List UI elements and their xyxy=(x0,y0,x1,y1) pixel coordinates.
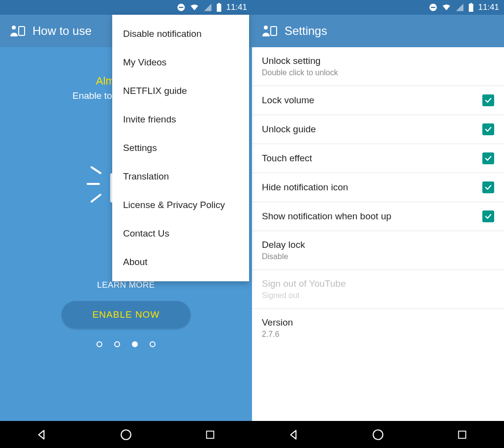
svg-point-13 xyxy=(121,430,131,440)
setting-title: Hide notification icon xyxy=(262,182,348,193)
svg-rect-3 xyxy=(217,4,221,12)
recents-button[interactable] xyxy=(202,427,218,443)
setting-title: Delay lock xyxy=(262,239,305,250)
nav-bar xyxy=(252,421,504,448)
svg-point-21 xyxy=(373,430,383,440)
appbar-title: Settings xyxy=(284,24,327,38)
svg-rect-20 xyxy=(271,27,277,35)
signal-icon xyxy=(203,3,212,12)
menu-item-translation[interactable]: Translation xyxy=(112,162,249,191)
phone-left: 11:41 How to use Almost done Enable to l… xyxy=(0,0,252,448)
svg-rect-17 xyxy=(471,3,472,4)
menu-item-my-videos[interactable]: My Videos xyxy=(112,48,249,77)
svg-rect-5 xyxy=(19,27,25,35)
svg-rect-2 xyxy=(219,3,220,4)
menu-item-disable-notification[interactable]: Disable notification xyxy=(112,20,249,48)
svg-line-9 xyxy=(92,167,100,173)
page-dot[interactable] xyxy=(114,341,120,347)
svg-point-4 xyxy=(12,26,16,30)
dnd-icon xyxy=(429,3,438,12)
svg-rect-14 xyxy=(206,431,214,438)
enable-now-button[interactable]: ENABLE NOW xyxy=(62,301,190,329)
status-time: 11:41 xyxy=(478,2,499,12)
status-time: 11:41 xyxy=(226,2,247,12)
app-logo-icon xyxy=(261,25,278,37)
page-dot[interactable] xyxy=(132,341,138,347)
home-button[interactable] xyxy=(118,427,134,443)
svg-line-11 xyxy=(92,195,100,202)
setting-title: Touch effect xyxy=(262,153,312,164)
checkbox-icon[interactable] xyxy=(482,181,494,193)
setting-hide-notification-icon[interactable]: Hide notification icon xyxy=(252,173,504,202)
svg-rect-22 xyxy=(458,431,466,438)
menu-item-netflix-guide[interactable]: NETFLIX guide xyxy=(112,77,249,105)
battery-icon xyxy=(468,3,474,12)
overflow-menu: Disable notification My Videos NETFLIX g… xyxy=(112,15,249,281)
setting-lock-volume[interactable]: Lock volume xyxy=(252,86,504,115)
nav-bar xyxy=(0,421,252,448)
setting-sub: Signed out xyxy=(262,291,346,300)
settings-list[interactable]: Unlock setting Double click to unlock Lo… xyxy=(252,47,504,421)
setting-title: Lock volume xyxy=(262,95,315,106)
setting-touch-effect[interactable]: Touch effect xyxy=(252,144,504,173)
setting-unlock-setting[interactable]: Unlock setting Double click to unlock xyxy=(252,47,504,86)
menu-item-invite-friends[interactable]: Invite friends xyxy=(112,105,249,134)
setting-version[interactable]: Version 2.7.6 xyxy=(252,309,504,347)
setting-unlock-guide[interactable]: Unlock guide xyxy=(252,115,504,144)
dnd-icon xyxy=(177,3,186,12)
menu-item-about[interactable]: About xyxy=(112,248,249,276)
setting-sub: Disable xyxy=(262,252,305,261)
checkbox-icon[interactable] xyxy=(482,94,494,106)
setting-sub: Double click to unlock xyxy=(262,68,338,77)
setting-title: Unlock setting xyxy=(262,56,338,66)
checkbox-icon[interactable] xyxy=(482,210,494,222)
svg-rect-1 xyxy=(179,7,184,8)
setting-title: Sign out of YouTube xyxy=(262,278,346,289)
checkbox-icon[interactable] xyxy=(482,123,494,135)
svg-rect-16 xyxy=(431,7,436,8)
checkbox-icon[interactable] xyxy=(482,152,494,164)
app-bar: Settings xyxy=(252,15,504,47)
phone-right: 11:41 Settings Unlock setting Double cli… xyxy=(252,0,504,448)
svg-point-19 xyxy=(264,26,268,30)
battery-icon xyxy=(216,3,222,12)
home-button[interactable] xyxy=(370,427,386,443)
status-bar: 11:41 xyxy=(0,0,252,15)
wifi-icon xyxy=(441,3,451,12)
status-bar: 11:41 xyxy=(252,0,504,15)
setting-title: Version xyxy=(262,317,293,328)
page-indicator xyxy=(0,341,252,347)
learn-more-link[interactable]: LEARN MORE xyxy=(0,280,252,290)
setting-delay-lock[interactable]: Delay lock Disable xyxy=(252,231,504,270)
page-dot[interactable] xyxy=(96,341,102,347)
menu-item-license-privacy[interactable]: License & Privacy Policy xyxy=(112,191,249,219)
signal-icon xyxy=(455,3,464,12)
appbar-title: How to use xyxy=(32,24,92,38)
back-button[interactable] xyxy=(34,427,50,443)
setting-title: Show notification when boot up xyxy=(262,211,391,222)
menu-item-contact-us[interactable]: Contact Us xyxy=(112,219,249,248)
wifi-icon xyxy=(189,3,199,12)
back-button[interactable] xyxy=(286,427,302,443)
menu-item-settings[interactable]: Settings xyxy=(112,134,249,162)
setting-sign-out-youtube: Sign out of YouTube Signed out xyxy=(252,270,504,309)
svg-rect-18 xyxy=(469,4,473,12)
setting-title: Unlock guide xyxy=(262,124,316,135)
page-dot[interactable] xyxy=(150,341,156,347)
setting-show-notification-boot[interactable]: Show notification when boot up xyxy=(252,202,504,231)
app-logo-icon xyxy=(9,25,26,37)
setting-sub: 2.7.6 xyxy=(262,330,293,339)
recents-button[interactable] xyxy=(454,427,470,443)
